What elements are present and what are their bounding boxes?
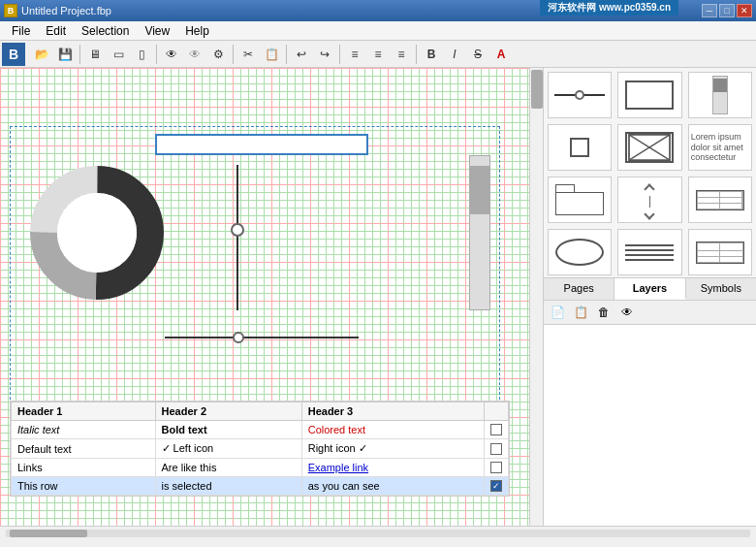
canvas-scrollbar-right[interactable]: [469, 155, 490, 310]
donut-chart: [19, 155, 174, 310]
row2-check[interactable]: [485, 439, 509, 459]
canvas-textbox[interactable]: [155, 134, 368, 155]
h-slider-knob[interactable]: [233, 332, 244, 343]
monitor-button[interactable]: 🖥: [84, 44, 106, 65]
delete-layer-button[interactable]: 🗑: [594, 303, 614, 322]
bold-button[interactable]: B: [421, 44, 442, 65]
align-center-button[interactable]: ≡: [367, 44, 389, 65]
widget-table-grid[interactable]: [688, 229, 752, 275]
tab-layers[interactable]: Layers: [614, 278, 685, 300]
widget-oval[interactable]: [548, 229, 612, 275]
italic-button[interactable]: I: [444, 44, 465, 65]
toolbar: B 📂 💾 🖥 ▭ ▯ 👁 👁 ⚙ ✂ 📋 ↩ ↪ ≡ ≡ ≡ B I S A: [0, 41, 756, 68]
line1: [625, 244, 674, 246]
canvas-vscroll-thumb[interactable]: [531, 70, 543, 109]
add-layer-button[interactable]: 📄: [548, 303, 567, 322]
row3-check[interactable]: [485, 459, 509, 477]
settings-button[interactable]: ⚙: [207, 44, 229, 65]
sep6: [416, 45, 417, 64]
row1-col2: Bold text: [155, 421, 301, 439]
sep1: [79, 45, 80, 64]
table-header-3: Header 3: [301, 402, 484, 421]
lines-widget: [625, 244, 674, 261]
tab-symbols[interactable]: Symbols: [686, 278, 756, 300]
menu-file[interactable]: File: [4, 22, 38, 40]
widget-folder-tab[interactable]: [548, 177, 612, 223]
widget-rectangle[interactable]: [617, 72, 681, 118]
tablet-button[interactable]: ▭: [108, 44, 129, 65]
table-header-1: Header 1: [12, 402, 156, 421]
right-panel: Lorem ipsum dolor sit amet consectetur: [543, 68, 756, 526]
slider-track: [554, 94, 604, 96]
save-button[interactable]: 💾: [54, 44, 76, 65]
text-widget: Lorem ipsum dolor sit amet consectetur: [689, 130, 751, 165]
widget-slider-h[interactable]: [548, 72, 612, 118]
row3-col3[interactable]: Example link: [301, 459, 484, 477]
slider-dot: [575, 90, 584, 100]
h-slider-track: [165, 337, 359, 338]
v-slider-knob[interactable]: [231, 223, 244, 237]
table-row: Italic text Bold text Colored text: [12, 421, 509, 439]
widget-grid: Lorem ipsum dolor sit amet consectetur: [544, 68, 756, 277]
tab-pages[interactable]: Pages: [544, 278, 614, 300]
checkbox-icon[interactable]: [490, 424, 502, 435]
open-file-button[interactable]: 📂: [31, 44, 52, 65]
text-color-button[interactable]: A: [490, 44, 512, 65]
cut-button[interactable]: ✂: [237, 44, 259, 65]
phone-button[interactable]: ▯: [131, 44, 152, 65]
widget-chevron[interactable]: [617, 177, 681, 223]
row4-check[interactable]: ✓: [485, 477, 509, 496]
menu-help[interactable]: Help: [177, 22, 217, 40]
horizontal-slider[interactable]: [165, 328, 359, 347]
copy-layer-button[interactable]: 📋: [571, 303, 590, 322]
scrollbar-thumb[interactable]: [470, 166, 489, 214]
canvas-table: Header 1 Header 2 Header 3 Italic text B…: [10, 401, 510, 497]
sep5: [339, 45, 340, 64]
canvas-vscroll[interactable]: [529, 68, 543, 526]
widget-image[interactable]: [617, 124, 681, 171]
minimize-button[interactable]: ─: [702, 4, 717, 17]
maximize-button[interactable]: □: [719, 4, 735, 17]
bottom-scroll-thumb[interactable]: [10, 530, 87, 537]
visibility-layer-button[interactable]: 👁: [617, 303, 637, 322]
row1-check[interactable]: [485, 421, 509, 439]
widget-lines[interactable]: [617, 229, 681, 275]
bottom-scrollbar[interactable]: [0, 526, 756, 539]
main-layout: Header 1 Header 2 Header 3 Italic text B…: [0, 68, 756, 526]
checkbox-checked-icon[interactable]: ✓: [490, 480, 502, 492]
line2: [625, 249, 674, 251]
show-button[interactable]: 👁: [161, 44, 182, 65]
redo-button[interactable]: ↪: [314, 44, 335, 65]
align-left-button[interactable]: ≡: [344, 44, 365, 65]
panel-content[interactable]: [544, 325, 756, 527]
widget-checkbox[interactable]: [548, 124, 612, 171]
checkbox-widget: [570, 138, 589, 157]
row3-col1: Links: [12, 459, 156, 477]
copy-button[interactable]: 📋: [261, 44, 282, 65]
align-right-button[interactable]: ≡: [391, 44, 412, 65]
hide-button[interactable]: 👁: [184, 44, 205, 65]
undo-button[interactable]: ↩: [291, 44, 312, 65]
canvas-area[interactable]: Header 1 Header 2 Header 3 Italic text B…: [0, 68, 543, 526]
widget-scrollbar-v[interactable]: [688, 72, 752, 118]
strikethrough-button[interactable]: S: [467, 44, 488, 65]
bottom-scroll-track[interactable]: [6, 530, 750, 537]
folder-tab-widget: [555, 184, 604, 215]
menu-view[interactable]: View: [137, 22, 177, 40]
row3-col2: Are like this: [155, 459, 301, 477]
canvas-content[interactable]: Header 1 Header 2 Header 3 Italic text B…: [0, 68, 529, 526]
checkbox-icon[interactable]: [490, 443, 502, 455]
menu-edit[interactable]: Edit: [38, 22, 74, 40]
widget-table-small[interactable]: [688, 177, 752, 223]
close-button[interactable]: ✕: [737, 4, 752, 17]
table-row: Links Are like this Example link: [12, 459, 509, 477]
row1-col1: Italic text: [12, 421, 156, 439]
row4-col3: as you can see: [301, 477, 484, 496]
donut-svg: [19, 155, 174, 310]
checkbox-icon[interactable]: [490, 462, 502, 473]
image-widget: [625, 132, 674, 163]
widget-text[interactable]: Lorem ipsum dolor sit amet consectetur: [688, 124, 752, 171]
menu-selection[interactable]: Selection: [74, 22, 137, 40]
panel-tabs: Pages Layers Symbols: [544, 277, 756, 301]
vertical-slider[interactable]: [223, 155, 252, 320]
